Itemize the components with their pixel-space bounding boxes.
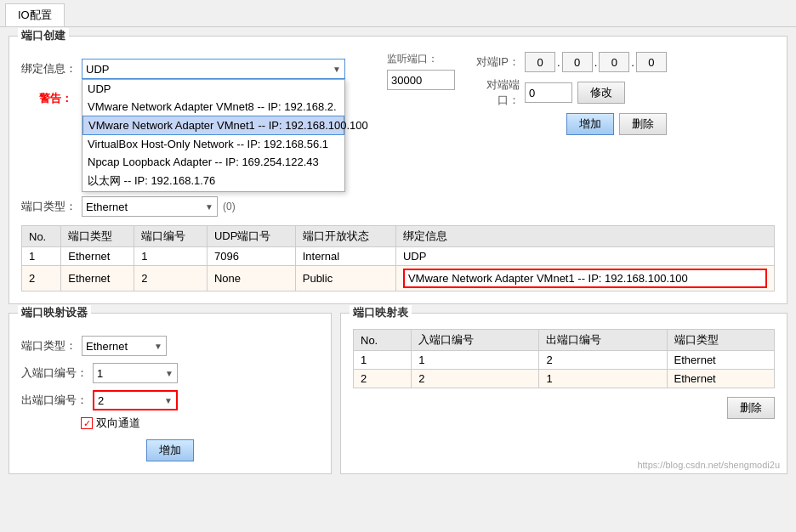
add-del-row: 增加 删除	[472, 113, 667, 135]
binding-select-container: UDP ▼ UDP VMware Network Adapter VMnet8 …	[82, 59, 345, 79]
port-table-area: No. 端口类型 端口编号 UDP端口号 端口开放状态 绑定信息 1 Ether…	[21, 225, 775, 291]
bidirectional-label: 双向通道	[96, 416, 140, 431]
map-col-no: No.	[354, 330, 412, 351]
out-port-value: 2	[98, 394, 104, 407]
peer-port-input[interactable]	[525, 82, 572, 103]
watermark: https://blog.csdn.net/shengmodi2u	[637, 460, 780, 470]
table-row[interactable]: 2 Ethernet 2 None Public VMware Network …	[22, 266, 775, 291]
table-row[interactable]: 1 1 2 Ethernet	[354, 351, 775, 370]
cell-no: 1	[22, 247, 61, 266]
port-map-settings-title: 端口映射设器	[18, 305, 91, 320]
bottom-sections: 端口映射设器 端口类型： Ethernet ▼ 入端口编号： 1 ▼ 出端口编号…	[9, 313, 787, 474]
map-type-arrow-icon: ▼	[154, 342, 162, 351]
out-port-select[interactable]: 2 ▼	[93, 390, 178, 410]
port-table: No. 端口类型 端口编号 UDP端口号 端口开放状态 绑定信息 1 Ether…	[21, 225, 775, 291]
peer-ip-row: 对端IP： . . .	[472, 52, 667, 72]
dropdown-item-eth[interactable]: 以太网 -- IP: 192.168.1.76	[82, 171, 344, 191]
map-cell-in: 1	[412, 351, 539, 370]
out-port-row: 出端口编号： 2 ▼	[21, 390, 319, 410]
out-port-arrow-icon: ▼	[164, 396, 173, 405]
binding-highlight: VMware Network Adapter VMnet1 -- IP: 192…	[403, 269, 767, 288]
tab-bar: IO配置	[0, 0, 796, 27]
binding-dropdown: UDP VMware Network Adapter VMnet8 -- IP:…	[82, 79, 345, 192]
cell-status: Public	[295, 266, 395, 291]
peer-port-label: 对端端口：	[472, 77, 520, 108]
peer-port-row: 对端端口： 修改	[472, 77, 667, 108]
cell-status: Internal	[295, 247, 395, 266]
main-content: 端口创建 绑定信息： UDP ▼ UDP	[0, 27, 796, 483]
table-row[interactable]: 1 Ethernet 1 7096 Internal UDP	[22, 247, 775, 266]
port-map-table-title: 端口映射表	[350, 305, 412, 320]
dropdown-item-npcap[interactable]: Npcap Loopback Adapter -- IP: 169.254.12…	[82, 153, 344, 171]
map-type-select[interactable]: Ethernet ▼	[82, 336, 167, 356]
port-type-row: 端口类型： Ethernet ▼ (0)	[21, 196, 378, 217]
table-row[interactable]: 2 2 1 Ethernet	[354, 370, 775, 388]
cell-binding: UDP	[395, 247, 774, 266]
binding-select[interactable]: UDP ▼	[82, 59, 345, 79]
map-col-out: 出端口编号	[539, 330, 667, 351]
port-map-table-section: 端口映射表 No. 入端口编号 出端口编号 端口类型 1 1 2 Eth	[340, 313, 787, 474]
peer-ip-seg4[interactable]	[636, 52, 667, 72]
del-port-button[interactable]: 删除	[619, 113, 667, 135]
peer-ip-seg3[interactable]	[599, 52, 629, 72]
dropdown-arrow-icon: ▼	[333, 65, 341, 74]
port-map-settings-section: 端口映射设器 端口类型： Ethernet ▼ 入端口编号： 1 ▼ 出端口编号…	[9, 313, 332, 474]
bidirectional-row: ✓ 双向通道	[81, 416, 319, 431]
bind-label: 绑定信息：	[21, 61, 77, 76]
cell-udp: 7096	[207, 247, 295, 266]
cell-binding: VMware Network Adapter VMnet1 -- IP: 192…	[395, 266, 774, 291]
map-type-value: Ethernet	[86, 340, 128, 353]
dropdown-item-vmnet1[interactable]: VMware Network Adapter VMnet1 -- IP: 192…	[82, 116, 344, 135]
cell-type: Ethernet	[61, 266, 134, 291]
tab-io-config[interactable]: IO配置	[5, 3, 65, 26]
col-status: 端口开放状态	[295, 226, 395, 247]
warn-label: 警告：	[21, 91, 72, 106]
col-binding: 绑定信息	[395, 226, 774, 247]
binding-select-value: UDP	[86, 63, 109, 76]
peer-ip-group: . . .	[525, 52, 667, 72]
col-type: 端口类型	[61, 226, 134, 247]
add-port-button[interactable]: 增加	[566, 113, 614, 135]
map-cell-no: 2	[354, 370, 412, 388]
dropdown-item-vmnet8[interactable]: VMware Network Adapter VMnet8 -- IP: 192…	[82, 98, 344, 116]
in-port-arrow-icon: ▼	[165, 369, 173, 378]
peer-ip-seg2[interactable]	[562, 52, 593, 72]
map-type-label: 端口类型：	[21, 338, 77, 354]
dropdown-item-udp[interactable]: UDP	[82, 80, 344, 98]
map-cell-in: 2	[412, 370, 539, 388]
bidirectional-checkbox[interactable]: ✓	[81, 417, 93, 429]
binding-row: 绑定信息： UDP ▼ UDP VMware Network Adapter V…	[21, 59, 378, 79]
modify-button[interactable]: 修改	[577, 82, 625, 104]
port-type-arrow-icon: ▼	[205, 202, 213, 212]
port-type-hint: (0)	[223, 201, 236, 212]
cell-type: Ethernet	[61, 247, 134, 266]
peer-ip-label: 对端IP：	[472, 54, 520, 70]
col-udp: UDP端口号	[207, 226, 295, 247]
listen-port-label: 监听端口：	[387, 52, 455, 66]
map-type-row: 端口类型： Ethernet ▼	[21, 336, 319, 356]
map-add-button[interactable]: 增加	[146, 439, 194, 461]
in-port-value: 1	[97, 367, 103, 380]
dropdown-item-vbox[interactable]: VirtualBox Host-Only Network -- IP: 192.…	[82, 135, 344, 153]
in-port-label: 入端口编号：	[21, 365, 88, 381]
map-add-row: 增加	[21, 439, 319, 461]
listen-port-input[interactable]	[387, 70, 455, 90]
in-port-select[interactable]: 1 ▼	[93, 363, 178, 383]
port-create-title: 端口创建	[18, 28, 69, 43]
map-col-in: 入端口编号	[412, 330, 539, 351]
map-cell-out: 2	[539, 351, 667, 370]
cell-num: 1	[134, 247, 208, 266]
col-num: 端口编号	[134, 226, 208, 247]
port-type-value: Ethernet	[86, 201, 128, 213]
cell-no: 2	[22, 266, 61, 291]
port-map-table: No. 入端口编号 出端口编号 端口类型 1 1 2 Ethernet 2	[353, 329, 775, 388]
cell-num: 2	[134, 266, 208, 291]
map-del-button[interactable]: 删除	[727, 397, 775, 419]
listen-section: 监听端口：	[387, 52, 455, 90]
map-del-row: 删除	[353, 397, 775, 419]
map-cell-no: 1	[354, 351, 412, 370]
peer-ip-seg1[interactable]	[525, 52, 555, 72]
map-cell-out: 1	[539, 370, 667, 388]
port-type-select[interactable]: Ethernet ▼	[82, 196, 218, 217]
out-port-label: 出端口编号：	[21, 393, 88, 408]
